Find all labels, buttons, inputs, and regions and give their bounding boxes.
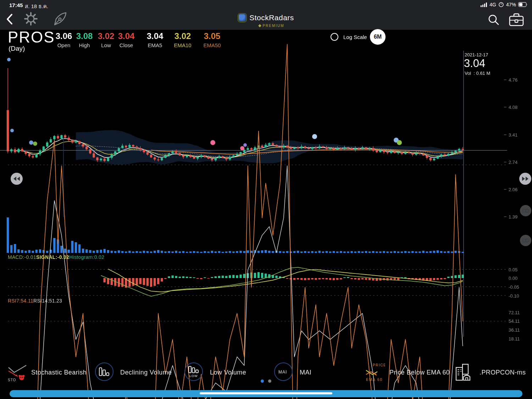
low-volume-icon[interactable]: LOW [184,362,203,381]
histogram-value: Histogram:0.02 [69,254,104,260]
status-date: ส. 18 ธ.ค. [25,2,48,11]
signal-label-stochastic-bearish[interactable]: Stochastic Bearish [31,369,87,376]
macd-value: MACD:-0.01 [8,254,36,260]
signal-bars-icon [481,2,487,7]
log-scale-radio[interactable] [331,33,338,41]
declining-bars-glyph [99,367,110,376]
signal-value: SIGNAL:-0.02 [36,254,69,260]
quote-ema10: 3.02EMA10 [167,31,199,48]
premium-badge: PREMIUM [262,24,284,28]
stochastic-bearish-icon[interactable]: STO [7,362,28,382]
signal-label-price-below-ema60[interactable]: Price Below EMA 60 [389,369,450,376]
signal-label-low-volume[interactable]: Low Volume [210,369,246,376]
low-bars-glyph: LOW [188,366,199,378]
chart-timeframe: (Day) [9,45,25,52]
app-logo: StockRadars PREMIUM [0,13,532,28]
scroll-left-button[interactable] [11,173,23,185]
range-6m-button[interactable]: 6M [370,29,386,45]
home-indicator[interactable] [200,392,332,394]
price-axis-tick: 2.06 [509,187,528,192]
rsi-axis-tick: 36.11 [509,327,528,333]
stockradars-app: 17:45 ส. 18 ธ.ค. 4G 47% [0,0,532,399]
crosshair-volume: Vol : 0.61 M [465,71,490,76]
scroll-right-button[interactable] [519,173,531,185]
rsi7-value: RSI7:54.11 [8,298,33,304]
quote-ema50: 3.05EMA50 [196,31,228,48]
svg-text:EMA 60: EMA 60 [366,378,383,382]
svg-text:STO: STO [8,378,16,382]
orientation-lock-icon [498,2,504,7]
macd-axis-tick: 0.00 [509,276,528,281]
price-axis-tick: 3.41 [509,132,528,138]
compare-loop-button-1[interactable] [520,205,531,216]
rsi-axis-tick: 54.11 [509,318,528,324]
rsi-axis-tick: 72.11 [509,310,528,315]
svg-text:PRICE: PRICE [373,363,385,367]
crosshair-price: 3.04 [464,57,485,70]
search-icon[interactable] [487,13,500,26]
macd-axis-tick: -0.10 [509,293,528,299]
declining-volume-icon[interactable] [95,362,113,381]
bear-icon [19,375,25,380]
battery-icon [518,2,528,7]
propcon-sector-icon[interactable] [455,363,473,382]
rewind-icon [13,176,20,181]
rsi14-value: RSI14:51.23 [33,298,62,304]
macd-axis-tick: 0.05 [509,267,528,272]
signal-label-mai[interactable]: MAI [300,369,311,376]
loop-icon [522,209,529,213]
chart-canvas[interactable] [0,0,532,399]
battery-percent: 47% [506,2,516,7]
status-time: 17:45 [9,2,23,8]
compare-loop-button-2[interactable] [520,235,531,246]
sector-label-propcon[interactable]: .PROPCON-ms [480,369,526,376]
crosshair-date: 2021-12-17 [465,52,488,57]
quote-ema5: 3.04EMA5 [139,31,171,48]
top-bar: 17:45 ส. 18 ธ.ค. 4G 47% [0,0,532,30]
signal-label-declining-volume[interactable]: Declining Volume [120,369,172,376]
loop-icon [522,238,529,243]
mai-glyph: MAI [277,369,289,375]
macd-values-row: MACD:-0.01SIGNAL:-0.02Histogram:0.02 [8,254,104,260]
svg-text:LOW: LOW [189,374,198,378]
svg-text:MAI: MAI [278,370,287,375]
fast-forward-icon [522,176,529,181]
price-below-ema60-icon[interactable]: PRICE EMA 60 [365,362,385,382]
status-right-cluster: 4G 47% [481,2,528,7]
portfolio-briefcase-icon[interactable] [509,13,524,27]
page-dot-active[interactable] [261,379,264,383]
globe-logo-icon [238,13,246,22]
mai-icon[interactable]: MAI [274,362,293,381]
network-type: 4G [489,2,496,7]
page-dot-inactive[interactable] [268,379,271,383]
rsi-axis-tick: 18.11 [509,336,528,342]
price-axis-tick: 4.08 [509,105,528,110]
price-axis-tick: 2.74 [509,160,528,165]
app-name: StockRadars [249,13,294,22]
premium-diamond-icon [258,24,261,27]
quote-close: 3.04Close [110,31,142,48]
macd-axis-tick: -0.05 [509,284,528,290]
log-scale-toggle[interactable]: Log Scale [331,33,367,41]
price-axis-tick: 4.76 [509,77,528,83]
rsi-values-row: RSI7:54.11RSI14:51.23 [8,298,62,304]
